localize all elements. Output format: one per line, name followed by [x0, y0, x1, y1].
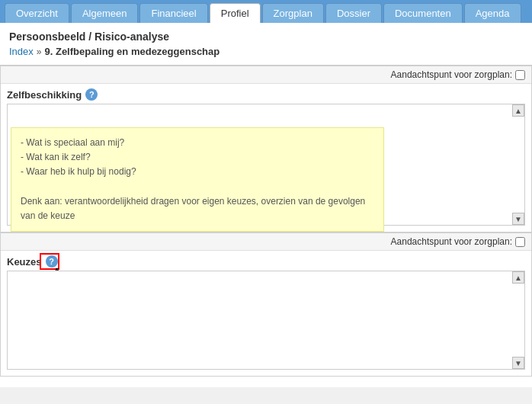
- section2-scroll-up[interactable]: ▲: [512, 271, 524, 284]
- section2-textarea[interactable]: [8, 271, 524, 369]
- section-keuzes: Aandachtspunt voor zorgplan: Keuzes ? ↖ …: [0, 232, 532, 377]
- aandachtspunt-label-2: Aandachtspunt voor zorgplan:: [391, 236, 512, 247]
- section2-textarea-wrapper: ▲ ▼: [7, 271, 525, 370]
- page-header-area: Persoonsbeeld / Risico-analyse Index » 9…: [0, 23, 532, 66]
- page-content: Persoonsbeeld / Risico-analyse Index » 9…: [0, 23, 532, 387]
- tab-profiel[interactable]: Profiel: [210, 3, 261, 23]
- aandachtspunt-checkbox-1[interactable]: [515, 70, 525, 80]
- section2-header: Aandachtspunt voor zorgplan:: [1, 232, 531, 251]
- aandachtspunt-checkbox-2[interactable]: [515, 237, 525, 247]
- section1-textarea[interactable]: [8, 104, 524, 225]
- breadcrumb: Index » 9. Zelfbepaling en medezeggensch…: [9, 46, 523, 57]
- tab-financieel[interactable]: Financieel: [139, 3, 207, 23]
- section1-title: Zelfbeschikking: [7, 89, 82, 101]
- page-title: Persoonsbeeld / Risico-analyse: [9, 30, 523, 43]
- section1-header: Aandachtspunt voor zorgplan:: [1, 66, 531, 84]
- section2-title-row: Keuzes ? ↖: [1, 251, 531, 271]
- tab-algemeen[interactable]: Algemeen: [71, 3, 139, 23]
- section1-title-row: Zelfbeschikking ?: [1, 84, 531, 104]
- section1-help-icon[interactable]: ?: [85, 88, 98, 101]
- section2-title: Keuzes: [7, 256, 42, 268]
- tab-agenda[interactable]: Agenda: [464, 3, 521, 23]
- aandachtspunt-label-1: Aandachtspunt voor zorgplan:: [391, 69, 512, 80]
- aandachtspunt-checkbox-1-wrapper: [515, 70, 525, 80]
- aandachtspunt-checkbox-2-wrapper: [515, 237, 525, 247]
- tab-dossier[interactable]: Dossier: [325, 3, 382, 23]
- section-zelfbeschikking: Aandachtspunt voor zorgplan: Zelfbeschik…: [0, 66, 532, 232]
- section1-scroll-up[interactable]: ▲: [512, 104, 524, 117]
- tab-zorgplan[interactable]: Zorgplan: [262, 3, 324, 23]
- breadcrumb-current: 9. Zelfbepaling en medezeggenschap: [45, 46, 220, 57]
- tab-documenten[interactable]: Documenten: [383, 3, 463, 23]
- breadcrumb-link[interactable]: Index: [9, 46, 34, 57]
- breadcrumb-separator: »: [37, 46, 42, 57]
- nav-tabs: Overzicht Algemeen Financieel Profiel Zo…: [0, 0, 532, 23]
- section2-scroll-down[interactable]: ▼: [512, 357, 524, 369]
- section2-help-icon[interactable]: ?: [46, 255, 58, 268]
- section1-scroll-down[interactable]: ▼: [512, 213, 524, 225]
- section1-textarea-wrapper: ▲ - Wat is speciaal aan mij? - Wat kan i…: [7, 104, 525, 226]
- tab-overzicht[interactable]: Overzicht: [5, 3, 69, 23]
- section2-help-icon-wrapper: ? ↖: [42, 255, 58, 268]
